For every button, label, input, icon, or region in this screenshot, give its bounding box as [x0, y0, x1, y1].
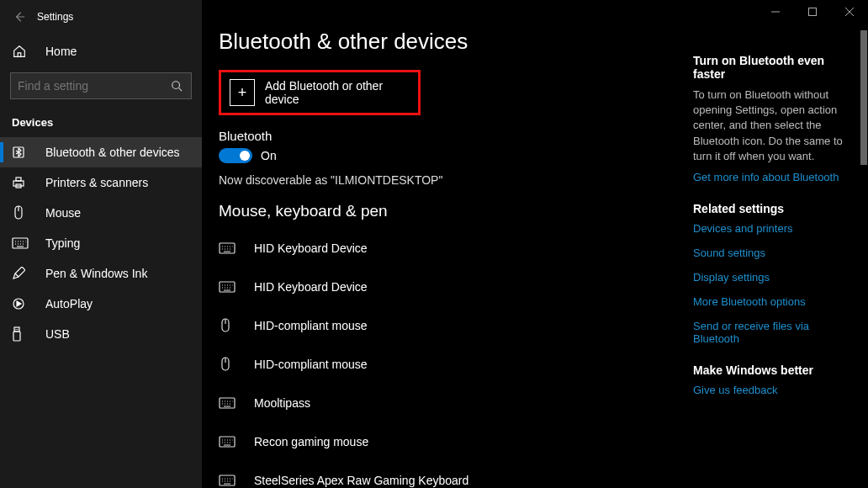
device-item[interactable]: Recon gaming mouse [219, 422, 661, 461]
nav-item-keyboard[interactable]: Typing [0, 228, 202, 258]
vertical-scrollbar[interactable] [860, 30, 867, 165]
nav-item-pen[interactable]: Pen & Windows Ink [0, 258, 202, 289]
bluetooth-toggle-row: On [219, 148, 661, 163]
keyboard-icon [12, 237, 30, 249]
usb-icon [12, 326, 30, 342]
search-icon [169, 80, 184, 92]
nav-item-bluetooth[interactable]: Bluetooth & other devices [0, 137, 202, 167]
window-controls [757, 0, 868, 24]
device-label: HID Keyboard Device [254, 241, 368, 255]
home-label: Home [45, 45, 77, 58]
nav-item-label: Pen & Windows Ink [45, 267, 147, 280]
device-list: HID Keyboard DeviceHID Keyboard DeviceHI… [219, 229, 661, 488]
keyboard-icon [219, 397, 242, 409]
info-panel-link[interactable]: Devices and printers [693, 222, 858, 235]
search-input[interactable] [18, 79, 169, 93]
bluetooth-toggle-state: On [261, 149, 277, 162]
mouse-icon [12, 205, 30, 220]
discoverable-name: "ILMIONTDESKTOP" [331, 173, 442, 187]
nav-item-autoplay[interactable]: AutoPlay [0, 289, 202, 319]
arrow-left-icon [13, 11, 25, 23]
search-row [0, 69, 202, 106]
info-panel-link[interactable]: More Bluetooth options [693, 295, 858, 308]
nav-item-label: Typing [45, 236, 80, 250]
device-label: HID-compliant mouse [254, 358, 368, 371]
bluetooth-icon [12, 146, 30, 159]
keyboard-icon [219, 281, 242, 293]
device-item[interactable]: HID Keyboard Device [219, 229, 661, 268]
printer-icon [12, 176, 30, 189]
mouse-icon [219, 357, 242, 372]
info-panel-text: To turn on Bluetooth without opening Set… [693, 88, 858, 164]
home-icon [12, 44, 30, 59]
right-info-pane: Turn on Bluetooth even fasterTo turn on … [693, 50, 858, 408]
sidebar-section-label: Devices [0, 106, 202, 137]
device-item[interactable]: Mooltipass [219, 384, 661, 422]
nav-item-label: AutoPlay [45, 297, 93, 310]
add-device-highlight: + Add Bluetooth or other device [219, 70, 421, 115]
device-item[interactable]: SteelSeries Apex Raw Gaming Keyboard [219, 461, 661, 488]
nav-item-label: Bluetooth & other devices [45, 146, 180, 159]
keyboard-icon [219, 436, 242, 448]
svg-point-0 [172, 82, 180, 89]
maximize-button[interactable] [794, 0, 831, 24]
info-panel-heading: Turn on Bluetooth even faster [693, 54, 858, 81]
app-title: Settings [37, 11, 73, 23]
info-panel-link[interactable]: Give us feedback [693, 384, 858, 396]
info-panel-link[interactable]: Display settings [693, 271, 858, 284]
device-label: HID Keyboard Device [254, 280, 368, 294]
bluetooth-section-label: Bluetooth [219, 129, 661, 143]
mouse-icon [219, 318, 242, 333]
info-panel-heading: Related settings [693, 202, 858, 215]
add-device-label: Add Bluetooth or other device [265, 79, 410, 106]
page-title: Bluetooth & other devices [219, 29, 661, 55]
discoverable-prefix: Now discoverable as [219, 173, 331, 187]
device-item[interactable]: HID Keyboard Device [219, 268, 661, 306]
nav-item-label: Mouse [45, 206, 81, 220]
back-button[interactable] [7, 4, 32, 29]
info-panel-link[interactable]: Sound settings [693, 247, 858, 259]
nav-item-label: USB [45, 327, 70, 341]
maximize-icon [808, 8, 817, 16]
svg-rect-3 [16, 178, 21, 181]
device-list-heading: Mouse, keyboard & pen [219, 202, 661, 220]
nav-item-label: Printers & scanners [45, 176, 148, 189]
sidebar-home[interactable]: Home [0, 34, 202, 69]
autoplay-icon [12, 297, 30, 310]
nav-item-printer[interactable]: Printers & scanners [0, 167, 202, 198]
sidebar: Settings Home Devices Bluetooth & other … [0, 0, 202, 488]
device-label: Recon gaming mouse [254, 435, 368, 448]
device-label: Mooltipass [254, 396, 310, 410]
main-content: Bluetooth & other devices + Add Bluetoot… [202, 0, 673, 488]
info-panel-link[interactable]: Send or receive files via Bluetooth [693, 320, 858, 345]
plus-icon: + [230, 79, 255, 106]
bluetooth-toggle[interactable] [219, 148, 252, 163]
device-label: HID-compliant mouse [254, 319, 368, 332]
add-device-button[interactable]: + Add Bluetooth or other device [230, 79, 410, 106]
pen-icon [12, 267, 30, 280]
device-item[interactable]: HID-compliant mouse [219, 345, 661, 384]
svg-rect-9 [13, 332, 20, 341]
search-box[interactable] [10, 72, 192, 99]
info-panel-link[interactable]: Get more info about Bluetooth [693, 171, 858, 183]
svg-rect-18 [809, 8, 817, 16]
sidebar-header: Settings [0, 0, 202, 34]
svg-rect-2 [13, 181, 24, 186]
close-icon [845, 8, 854, 16]
svg-rect-8 [14, 327, 19, 332]
nav-item-mouse[interactable]: Mouse [0, 198, 202, 228]
minimize-button[interactable] [757, 0, 794, 24]
device-item[interactable]: HID-compliant mouse [219, 306, 661, 345]
keyboard-icon [219, 242, 242, 254]
discoverable-text: Now discoverable as "ILMIONTDESKTOP" [219, 173, 661, 187]
nav-item-usb[interactable]: USB [0, 319, 202, 349]
close-button[interactable] [831, 0, 868, 24]
keyboard-icon [219, 475, 242, 486]
device-label: SteelSeries Apex Raw Gaming Keyboard [254, 474, 468, 487]
info-panel-heading: Make Windows better [693, 363, 858, 377]
minimize-icon [771, 8, 780, 16]
